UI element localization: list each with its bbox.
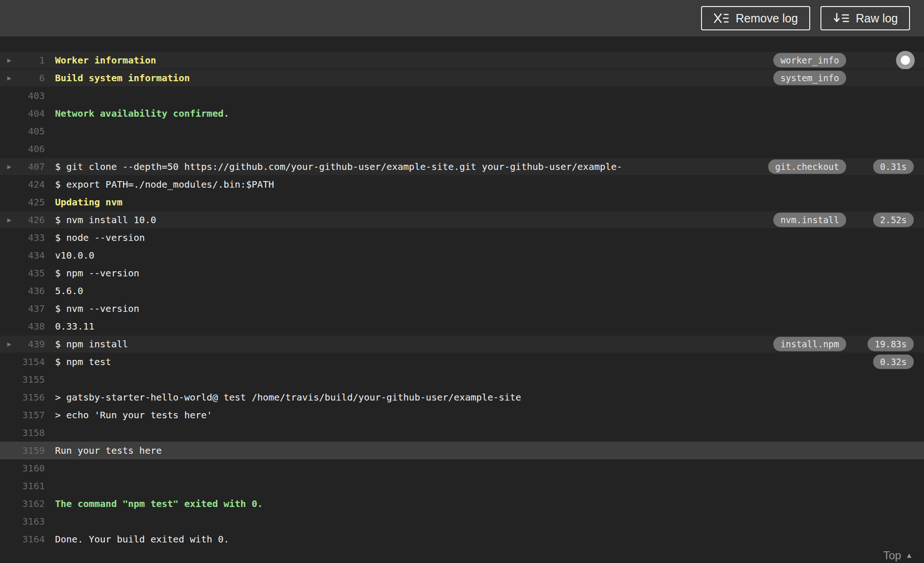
log-line: ▶ 3155 [0, 371, 924, 388]
log-line: ▶ 3164 Done. Your build exited with 0. [0, 530, 924, 548]
step-name-badge: git.checkout [768, 160, 846, 174]
indicator-dot [901, 56, 910, 65]
line-number[interactable]: 434 [19, 250, 45, 261]
line-text: $ npm install [55, 338, 128, 350]
line-number[interactable]: 425 [19, 197, 45, 208]
step-duration-badge: 2.52s [873, 213, 914, 227]
line-number[interactable]: 3156 [19, 392, 45, 403]
line-text: 5.6.0 [55, 285, 83, 296]
line-text: Done. Your build exited with 0. [55, 534, 229, 545]
line-number[interactable]: 3158 [19, 427, 45, 438]
line-number[interactable]: 3155 [19, 374, 45, 385]
line-number[interactable]: 3159 [19, 445, 45, 456]
log-line: ▶ 407 $ git clone --depth=50 https://git… [0, 158, 924, 176]
log-footer: Top ▲ [0, 548, 924, 563]
step-duration-badge: 0.32s [873, 355, 914, 369]
line-text: $ npm --version [55, 267, 139, 279]
log-line: ▶ 3156 > gatsby-starter-hello-world@ tes… [0, 388, 924, 406]
step-duration-badge: 19.83s [868, 337, 914, 352]
line-number[interactable]: 433 [19, 232, 45, 243]
log-line: ▶ 435 $ npm --version [0, 264, 924, 282]
remove-log-button[interactable]: Remove log [701, 6, 810, 30]
line-number[interactable]: 1 [19, 55, 45, 66]
fold-toggle-icon[interactable]: ▶ [0, 335, 19, 353]
line-number[interactable]: 406 [19, 143, 45, 155]
log-line: ▶ 3154 $ npm test 0.32s [0, 353, 924, 371]
line-text: $ node --version [55, 232, 145, 243]
line-number[interactable]: 3162 [19, 498, 45, 509]
log-line: ▶ 3160 [0, 459, 924, 477]
step-name-badge: nvm.install [773, 213, 846, 227]
line-number[interactable]: 3163 [19, 516, 45, 527]
log-line: ▶ 6 Build system information system_info [0, 69, 924, 87]
log-line: ▶ 425 Updating nvm [0, 193, 924, 211]
log-line: ▶ 436 5.6.0 [0, 282, 924, 300]
x-with-list-icon [713, 12, 729, 25]
log-line: ▶ 3157 > echo 'Run your tests here' [0, 406, 924, 424]
line-number[interactable]: 435 [19, 267, 45, 279]
step-name-badge: worker_info [773, 53, 846, 68]
fold-toggle-icon[interactable]: ▶ [0, 158, 19, 176]
line-number[interactable]: 3161 [19, 480, 45, 492]
scroll-to-top-link[interactable]: Top ▲ [883, 549, 913, 562]
line-number[interactable]: 438 [19, 321, 45, 332]
line-number[interactable]: 426 [19, 214, 45, 225]
line-text: > echo 'Run your tests here' [55, 409, 212, 421]
line-number[interactable]: 3157 [19, 409, 45, 421]
log-line: ▶ 3163 [0, 513, 924, 530]
log-line: ▶ 424 $ export PATH=./node_modules/.bin:… [0, 176, 924, 193]
log-line: ▶ 3158 [0, 424, 924, 442]
line-text: Run your tests here [55, 445, 162, 456]
log-line: ▶ 406 [0, 140, 924, 158]
raw-log-button[interactable]: Raw log [820, 6, 910, 30]
line-text: 0.33.11 [55, 321, 94, 332]
line-number[interactable]: 3154 [19, 356, 45, 367]
down-arrow-with-list-icon [833, 12, 849, 25]
log-line: ▶ 1 Worker information worker_info [0, 51, 924, 69]
line-number[interactable]: 6 [19, 72, 45, 84]
line-number[interactable]: 404 [19, 108, 45, 119]
log-line: ▶ 426 $ nvm install 10.0 nvm.install 2.5… [0, 211, 924, 229]
build-log: ▶ 1 Worker information worker_info ▶ 6 B… [0, 36, 924, 548]
fold-toggle-icon[interactable]: ▶ [0, 211, 19, 229]
log-line: ▶ 403 [0, 87, 924, 105]
line-text: $ export PATH=./node_modules/.bin:$PATH [55, 179, 274, 190]
line-text: $ nvm --version [55, 303, 139, 314]
line-text: v10.0.0 [55, 250, 94, 261]
line-number[interactable]: 3160 [19, 463, 45, 474]
log-line: ▶ 404 Network availability confirmed. [0, 105, 924, 122]
line-number[interactable]: 405 [19, 126, 45, 137]
line-text: > gatsby-starter-hello-world@ test /home… [55, 392, 521, 403]
log-line: ▶ 3161 [0, 477, 924, 495]
line-text: Network availability confirmed. [55, 108, 229, 119]
line-text: $ git clone --depth=50 https://github.co… [55, 161, 622, 172]
log-line: ▶ 438 0.33.11 [0, 317, 924, 335]
line-number[interactable]: 424 [19, 179, 45, 190]
line-number[interactable]: 3164 [19, 534, 45, 545]
line-text: $ npm test [55, 356, 111, 367]
remove-log-label: Remove log [736, 12, 798, 25]
log-toolbar: Remove log Raw log [0, 0, 924, 36]
log-line: ▶ 434 v10.0.0 [0, 246, 924, 264]
raw-log-label: Raw log [856, 12, 898, 25]
up-triangle-icon: ▲ [905, 552, 913, 559]
line-text: Build system information [55, 72, 190, 84]
line-number[interactable]: 403 [19, 90, 45, 101]
step-duration-badge: 0.31s [873, 160, 914, 174]
line-text: Worker information [55, 55, 156, 66]
log-line: ▶ 437 $ nvm --version [0, 300, 924, 317]
fold-toggle-icon[interactable]: ▶ [0, 69, 19, 87]
circle-dot-icon [896, 51, 915, 70]
fold-toggle-icon[interactable]: ▶ [0, 51, 19, 69]
line-number[interactable]: 437 [19, 303, 45, 314]
top-link-label: Top [883, 549, 901, 562]
step-name-badge: install.npm [773, 337, 846, 352]
line-number[interactable]: 407 [19, 161, 45, 172]
line-number[interactable]: 436 [19, 285, 45, 296]
log-line: ▶ 439 $ npm install install.npm 19.83s [0, 335, 924, 353]
line-text: The command "npm test" exited with 0. [55, 498, 263, 509]
line-number[interactable]: 439 [19, 338, 45, 350]
log-line: ▶ 3159 Run your tests here [0, 442, 924, 459]
log-line: ▶ 433 $ node --version [0, 229, 924, 246]
step-name-badge: system_info [773, 71, 846, 85]
